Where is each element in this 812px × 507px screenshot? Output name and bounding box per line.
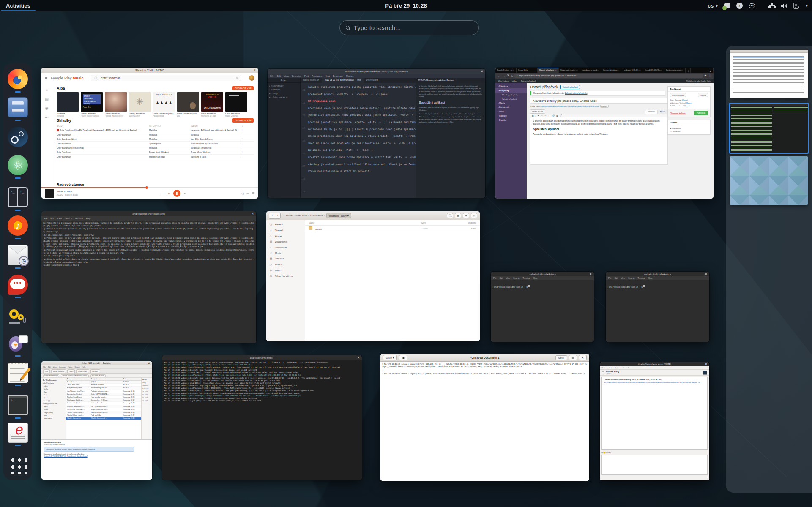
email-row: GOG.COM <noreply@…Wave of 150 new rele…Y… <box>66 408 141 411</box>
page-title: Upravit příspěvek <box>530 85 558 89</box>
dash-item-pidgin[interactable] <box>8 333 28 353</box>
evolution-icon: ◷ <box>8 245 28 265</box>
home-icon: ⌂ <box>283 214 284 217</box>
apps-grid-icon <box>8 456 27 474</box>
close-button[interactable]: ✕ <box>589 273 592 276</box>
player-bar: Shoot to ThrillAC/DC · Back in Black ↓ ↑… <box>41 188 258 199</box>
system-tray[interactable]: cs▼ ♪ ••• ▼ <box>708 0 809 11</box>
window-gedit[interactable]: Open ▾ ▣ *Unsaved Document 1 Save ☰ ✕ 1 … <box>380 354 589 481</box>
overview-search[interactable] <box>339 20 479 35</box>
dash-item-atom[interactable]: ⚛ <box>8 155 28 175</box>
email-row: Pro-Life <podpora@p…Re: Pro-life zdravot… <box>66 405 141 408</box>
window-atom[interactable]: 2019-03-29-new-post.markdown — tmp — /tm… <box>268 69 485 198</box>
window-firefox-wordpress[interactable]: Projekt Fedora - ÚvodIcinga WebUpravit p… <box>495 68 714 199</box>
email-row: Twitter <info@twitter…Událost: Lars Kolm… <box>66 402 141 405</box>
top-bar: Activities Pá bře 29 10:28 cs▼ ♪ ••• ▼ <box>0 0 812 11</box>
reload-icon: ⟳ <box>507 74 509 77</box>
markdown-preview: 2019-03-29-new-post.markdown Preview V d… <box>416 78 485 198</box>
running-indicator <box>15 120 21 121</box>
dash-item-notes[interactable] <box>8 363 28 383</box>
album-card: MONSTERS OFROCKENTER SANDMANEnter Sandma… <box>201 92 223 117</box>
dash-item-files[interactable] <box>8 97 28 117</box>
window-files[interactable]: ‹› ⌂Home/ Nextcloud/ Documents/ snubrane… <box>266 211 480 341</box>
close-button[interactable]: ✕ <box>148 362 150 365</box>
wp-sidebar: NástěnkaPříspěvkyVšechny příspěvkyVytvoř… <box>495 83 527 199</box>
cursor <box>528 285 530 287</box>
dash-item-terminal[interactable]: ›_ <box>8 395 28 415</box>
workspace-1[interactable] <box>730 50 808 98</box>
now-playing-art <box>45 189 54 198</box>
close-button[interactable]: ✕ <box>705 273 707 276</box>
sidebar-item: ☆Starred <box>266 227 305 233</box>
window-title: 2019-03-29-new-post.markdown — tmp — /tm… <box>345 70 408 73</box>
close-button[interactable]: ✕ <box>481 70 483 73</box>
window-pidgin[interactable]: thoeltig@xmpp.benocs.com (XMPP)✕ Convers… <box>600 362 709 480</box>
pause-button <box>173 190 180 197</box>
sidebar-item: ↓Downloads <box>266 245 305 250</box>
album-card: Enter SandmanPatricia Hawley cover <box>105 92 127 117</box>
workspace-switcher <box>726 46 812 493</box>
atom-icon: ⚛ <box>8 155 28 175</box>
track-row: Enter SandmanApocalypticaPlays Metallica… <box>57 142 254 146</box>
search-input[interactable] <box>354 24 473 31</box>
steam-icon <box>8 127 28 147</box>
more-icon: ⋯ <box>45 115 49 120</box>
search-button <box>447 213 453 218</box>
post-editor: V dnešním článku bych chtěl pomocí přehl… <box>530 117 668 165</box>
sidebar-item: ♫Music <box>266 250 305 256</box>
section-title: Rádiové stanice <box>57 183 84 187</box>
close-button[interactable]: ✕ <box>705 363 707 366</box>
close-button[interactable]: ✕ <box>357 356 360 360</box>
bookmark-icon: ★ <box>704 74 707 77</box>
running-indicator <box>15 91 21 93</box>
dash-item-documents[interactable]: e <box>8 422 28 443</box>
running-indicator <box>15 385 21 386</box>
show-all-button: ZOBRAZIT VŠE <box>232 118 254 123</box>
rocketchat-icon: ••• <box>8 275 28 295</box>
status-icon <box>602 371 604 373</box>
window-evolution[interactable]: Inbox (136 unread) — Evolution✕ FileEdit… <box>41 361 152 480</box>
track-row: Enter Sandman (Remastered)MetallicaMetal… <box>57 146 254 150</box>
window-terminal-logs[interactable]: ondrejkolin@webmail:~✕ Mar 29 10:12:01 w… <box>162 355 362 480</box>
album-card: MetallicaMetallica <box>57 92 79 117</box>
keyboard-layout-indicator[interactable]: cs▼ <box>708 3 719 9</box>
previous-icon: « <box>168 192 170 195</box>
activities-button[interactable]: Activities <box>0 0 36 11</box>
volume-icon <box>780 2 788 10</box>
dash-item-evolution[interactable]: ◷ <box>8 245 28 265</box>
close-button[interactable]: ✕ <box>579 355 587 360</box>
clock-menu[interactable]: Pá bře 29 10:28 <box>385 0 427 11</box>
dash-item-robots[interactable] <box>8 305 28 325</box>
track-list-header: NÁZEVINTERPRETALBUM♪ <box>57 124 254 128</box>
workspace-2-selected[interactable] <box>729 103 809 154</box>
section-title: Alba <box>57 86 65 90</box>
menu-bar: FileEditViewMessageFolderSearchHelp <box>41 365 152 369</box>
close-button[interactable]: ✕ <box>708 68 714 73</box>
email-row: Skala's Comments[Skala's Comments] …Yest… <box>66 417 141 420</box>
workspace-3[interactable] <box>730 156 808 205</box>
dash-item-rocketchat[interactable]: ••• <box>8 275 28 295</box>
email-row: b.anydresova@email…zasílka složky Dod so… <box>66 387 141 390</box>
menu-button: ▾ <box>463 213 469 218</box>
buddy-icon <box>703 371 707 375</box>
message-list: FromSubjectDate Red Notification e-m…[Ca… <box>66 378 141 439</box>
show-applications-button[interactable] <box>8 455 28 475</box>
preview-button: Náhled <box>698 93 708 97</box>
window-terminal-tmp[interactable]: ondrejkolin@ondrejkolin:/tmp✕ FileEditVi… <box>41 211 256 343</box>
window-terminal-home-2[interactable]: ondrejkolin@ondrejkolin:~✕ FileEditViewS… <box>606 272 709 342</box>
publish-box: Publikovat Uložit koncept Náhled Stav: K… <box>667 86 711 117</box>
email-row: Václav Kolpar <vacla…Fwd: prohlídkaYeste… <box>66 414 141 417</box>
close-button[interactable]: ✕ <box>253 68 256 72</box>
column-headers: NameSizeModified <box>305 220 480 226</box>
dash-item-firefox[interactable] <box>8 69 28 89</box>
radio-icon: ◉ <box>45 106 49 110</box>
todo-bar: To Do TodayTomorrow31.3.20191.4.20193.4.… <box>141 378 152 439</box>
dash-item-steam[interactable] <box>8 127 28 147</box>
url-bar: ●https://mojefedora.cz/wp-admin/post.php… <box>514 74 703 78</box>
close-button[interactable]: ✕ <box>471 213 477 218</box>
close-button[interactable]: ✕ <box>252 212 254 215</box>
window-google-play-music[interactable]: Shoot to Thrill - ACDC✕ ≡ Google Play Mu… <box>41 68 258 199</box>
dash-item-music[interactable]: ♪ <box>8 215 28 236</box>
window-terminal-home-1[interactable]: ondrejkolin@ondrejkolin:~✕ FileEditViewS… <box>491 272 594 342</box>
dash-item-tilix[interactable]: ›_›_ <box>8 187 28 207</box>
